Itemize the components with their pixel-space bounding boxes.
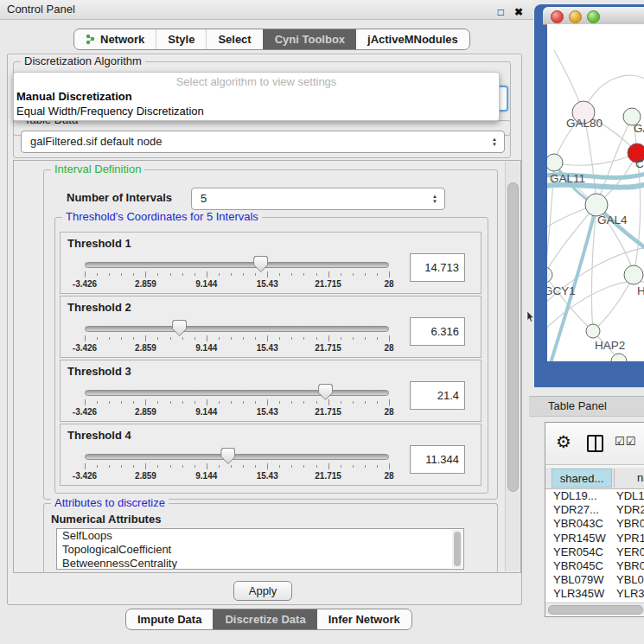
option-manual-discretization[interactable]: Manual Discretization bbox=[16, 90, 132, 103]
table-cell[interactable]: YDR27... bbox=[616, 503, 644, 517]
slider-thumb[interactable] bbox=[172, 320, 187, 336]
threshold-value-field[interactable]: 14.713 bbox=[410, 253, 465, 282]
threshold-label: Threshold 3 bbox=[67, 365, 131, 378]
table-row[interactable]: YDR27...YDR27... bbox=[545, 503, 644, 517]
number-of-intervals-combobox[interactable]: 5 ▲▼ bbox=[191, 188, 445, 210]
slider-thumb[interactable] bbox=[220, 448, 235, 464]
ruler-tick bbox=[377, 465, 378, 468]
scrollbar-thumb[interactable] bbox=[454, 532, 461, 566]
attribute-list-item[interactable]: BetweennessCentrality bbox=[57, 557, 463, 570]
columns-icon[interactable] bbox=[587, 435, 603, 452]
table-cell[interactable]: YPR145W bbox=[553, 532, 606, 545]
tab-discretize-data[interactable]: Discretize Data bbox=[213, 609, 316, 629]
tab-network[interactable]: Network bbox=[74, 29, 156, 49]
table-cell[interactable]: YBR045C bbox=[616, 559, 644, 573]
threshold-value-field[interactable]: 21.4 bbox=[410, 381, 465, 410]
ruler-tick bbox=[194, 337, 195, 340]
tab-jactivemnodules[interactable]: jActiveMNodules bbox=[356, 29, 469, 49]
list-scrollbar[interactable] bbox=[452, 530, 462, 568]
minimize-traffic-light[interactable] bbox=[569, 10, 582, 23]
network-canvas[interactable]: GAL80GACGAL11GAL4GCY1HHAP2 bbox=[547, 24, 644, 361]
slider-thumb[interactable] bbox=[253, 256, 268, 272]
slider-track[interactable] bbox=[85, 390, 389, 396]
numerical-attributes-list[interactable]: SelfLoopsTopologicalCoefficientBetweenne… bbox=[56, 528, 464, 570]
table-row[interactable]: YIL052CYIL052C bbox=[545, 602, 644, 603]
option-equal-width-frequency[interactable]: Equal Width/Frequency Discretization bbox=[16, 105, 204, 118]
tab-infer-network[interactable]: Infer Network bbox=[317, 609, 411, 629]
attribute-list-item[interactable]: TopologicalCoefficient bbox=[57, 543, 463, 557]
network-edge-thick[interactable] bbox=[551, 205, 596, 361]
network-node[interactable] bbox=[547, 267, 552, 283]
threshold-value-field[interactable]: 6.316 bbox=[410, 317, 465, 346]
network-edge[interactable] bbox=[593, 275, 634, 331]
threshold-slider[interactable]: -3.4262.8599.14415.4321.71528 bbox=[85, 255, 389, 291]
slider-track[interactable] bbox=[85, 454, 389, 460]
network-window-titlebar[interactable] bbox=[543, 7, 644, 25]
table-row[interactable]: YBL079WYBL079W bbox=[545, 573, 644, 587]
group-label: Discretization Algorithm bbox=[21, 55, 145, 67]
select-columns-icon[interactable]: ☑☑ bbox=[615, 435, 636, 448]
zoom-traffic-light[interactable] bbox=[587, 10, 600, 23]
table-cell[interactable]: YBR043C bbox=[553, 517, 603, 531]
table-cell[interactable]: YIL052C bbox=[616, 602, 644, 603]
table-cell[interactable]: YER054C bbox=[553, 545, 603, 559]
tick-label: 15.43 bbox=[257, 343, 278, 353]
threshold-value-field[interactable]: 11.344 bbox=[410, 445, 465, 474]
table-row[interactable]: YLR345WYLR345W bbox=[545, 587, 644, 601]
slider-tick-labels: -3.4262.8599.14415.4321.71528 bbox=[85, 279, 389, 290]
ruler-tick bbox=[97, 401, 98, 404]
apply-button[interactable]: Apply bbox=[233, 581, 292, 601]
table-cell[interactable]: YDL19... bbox=[616, 489, 644, 503]
column-header-name[interactable]: name bbox=[614, 469, 644, 488]
list-items: SelfLoopsTopologicalCoefficientBetweenne… bbox=[57, 529, 463, 570]
table-cell[interactable]: YPR145W bbox=[616, 532, 644, 545]
table-cell[interactable]: YBL079W bbox=[553, 573, 604, 587]
vertical-scrollbar[interactable] bbox=[505, 162, 520, 571]
close-traffic-light[interactable] bbox=[551, 10, 564, 23]
table-data-combobox[interactable]: galFiltered.sif default node ▲▼ bbox=[21, 131, 505, 153]
table-cell[interactable]: YBR043C bbox=[616, 517, 644, 531]
table-cell[interactable]: YLR345W bbox=[616, 587, 644, 601]
tab-select[interactable]: Select bbox=[206, 29, 262, 49]
float-window-icon[interactable]: □ bbox=[498, 3, 504, 22]
column-header-shared-name[interactable]: shared... bbox=[552, 469, 612, 488]
threshold-slider[interactable]: -3.4262.8599.14415.4321.71528 bbox=[85, 447, 389, 483]
network-node[interactable] bbox=[547, 154, 563, 171]
network-node[interactable] bbox=[624, 265, 643, 284]
scrollbar-thumb[interactable] bbox=[548, 605, 643, 615]
slider-track[interactable] bbox=[85, 262, 389, 268]
attributes-group: Attributes to discretize Numerical Attri… bbox=[43, 503, 498, 573]
table-row[interactable]: YBR043CYBR043C bbox=[545, 517, 644, 531]
network-node[interactable] bbox=[611, 354, 627, 361]
network-node[interactable] bbox=[586, 324, 600, 338]
threshold-slider[interactable]: -3.4262.8599.14415.4321.71528 bbox=[85, 383, 389, 419]
close-icon[interactable]: ✖ bbox=[514, 3, 523, 22]
table-cell[interactable]: YBR045C bbox=[553, 559, 603, 573]
table-cell[interactable]: YDL19... bbox=[553, 489, 597, 503]
gear-icon[interactable]: ⚙ bbox=[556, 431, 571, 452]
network-edge[interactable] bbox=[634, 153, 640, 275]
table-cell[interactable]: YDR27... bbox=[553, 503, 599, 517]
table-row[interactable]: YER054CYER054C bbox=[545, 545, 644, 559]
table-row[interactable]: YBR045CYBR045C bbox=[545, 559, 644, 573]
horizontal-scrollbar[interactable] bbox=[545, 603, 644, 615]
table-row[interactable]: YDL19...YDL19... bbox=[545, 489, 644, 503]
tick-label: 2.859 bbox=[135, 279, 156, 289]
slider-track[interactable] bbox=[85, 326, 389, 332]
threshold-label: Threshold 1 bbox=[67, 237, 131, 250]
tab-style[interactable]: Style bbox=[156, 29, 206, 49]
attribute-list-item[interactable]: SelfLoops bbox=[57, 529, 463, 543]
scrollbar-thumb[interactable] bbox=[507, 182, 519, 492]
network-edge[interactable] bbox=[554, 153, 637, 165]
table-row[interactable]: YPR145WYPR145W bbox=[545, 532, 644, 545]
table-cell[interactable]: YLR345W bbox=[553, 587, 604, 601]
table-cell[interactable]: YIL052C bbox=[553, 602, 597, 603]
threshold-slider[interactable]: -3.4262.8599.14415.4321.71528 bbox=[85, 319, 389, 355]
table-cell[interactable]: YBL079W bbox=[616, 573, 644, 587]
table-cell[interactable]: YER054C bbox=[616, 545, 644, 559]
tab-impute-data[interactable]: Impute Data bbox=[126, 609, 213, 629]
tick-label: -3.426 bbox=[73, 471, 97, 481]
slider-thumb[interactable] bbox=[318, 384, 333, 400]
tab-cyni-toolbox[interactable]: Cyni Toolbox bbox=[263, 29, 356, 49]
ruler-tick bbox=[255, 465, 256, 468]
